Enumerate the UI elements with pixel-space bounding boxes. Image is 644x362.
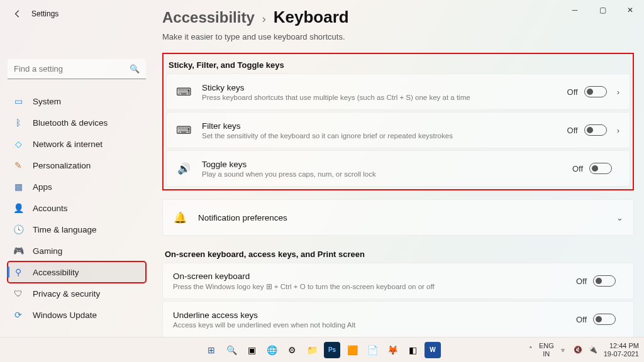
account-area: [8, 28, 146, 59]
page-title: Keyboard: [274, 8, 349, 27]
page-subtitle: Make it easier to type and use keyboard …: [162, 32, 634, 41]
taskbar-icons: ⊞ 🔍 ▣ 🌐 ⚙ 📁 Ps 🟧 📄 🦊 ◧ W: [203, 342, 441, 358]
row-title: On-screen keyboard: [173, 272, 576, 281]
row-desc: Set the sensitivity of the keyboard so i…: [202, 132, 567, 140]
chevron-down-icon[interactable]: ⌄: [616, 213, 623, 222]
sticky-keys-row[interactable]: ⌨ Sticky keys Press keyboard shortcuts t…: [166, 74, 630, 110]
toggle-switch[interactable]: [593, 314, 616, 325]
section-title: On-screen keyboard, access keys, and Pri…: [165, 250, 634, 259]
start-button[interactable]: ⊞: [203, 342, 219, 358]
search-icon: 🔍: [130, 64, 140, 74]
notification-preferences-row[interactable]: 🔔 Notification preferences ⌄: [162, 199, 634, 236]
settings-icon[interactable]: ⚙: [284, 342, 300, 358]
sidebar-item-update[interactable]: ⟳Windows Update: [8, 304, 146, 326]
toggle-state: Off: [572, 164, 583, 173]
nav-list: ▭System ᛒBluetooth & devices ◇Network & …: [8, 90, 146, 326]
row-title: Underline access keys: [173, 310, 576, 320]
sidebar-item-label: Accessibility: [33, 268, 79, 277]
update-icon: ⟳: [13, 309, 24, 321]
sidebar-item-label: Network & internet: [33, 140, 103, 149]
breadcrumb: Accessibility › Keyboard: [162, 8, 634, 27]
toggle-state: Off: [567, 87, 578, 97]
sidebar-item-time[interactable]: 🕓Time & language: [8, 219, 146, 240]
row-desc: Press the Windows logo key ⊞ + Ctrl + O …: [173, 282, 576, 291]
filter-keys-row[interactable]: ⌨ Filter keys Set the sensitivity of the…: [166, 112, 630, 148]
sidebar-item-bluetooth[interactable]: ᛒBluetooth & devices: [8, 112, 146, 133]
breadcrumb-parent[interactable]: Accessibility: [162, 9, 255, 26]
sidebar-item-accounts[interactable]: 👤Accounts: [8, 197, 146, 219]
word-icon[interactable]: W: [425, 342, 441, 358]
volume-icon[interactable]: 🔇: [574, 346, 582, 354]
toggle-state: Off: [576, 315, 587, 324]
chevron-right-icon: ›: [262, 13, 266, 26]
toggle-switch[interactable]: [584, 86, 607, 97]
keyboard-icon: ⌨: [177, 85, 191, 99]
clock[interactable]: 12:44 PM19-07-2021: [604, 342, 639, 357]
notepad-icon[interactable]: 📄: [364, 342, 380, 358]
sidebar: 🔍 ▭System ᛒBluetooth & devices ◇Network …: [0, 28, 153, 337]
sidebar-item-accessibility[interactable]: ⚲Accessibility: [8, 261, 146, 283]
apps-icon: ▦: [13, 181, 24, 192]
underline-access-keys-row[interactable]: Underline access keys Access keys will b…: [162, 301, 634, 337]
system-tray[interactable]: ˄ ENGIN ᯤ 🔇 🔌 12:44 PM19-07-2021: [529, 342, 639, 357]
firefox-icon[interactable]: 🦊: [384, 342, 401, 358]
app-title: Settings: [31, 9, 58, 18]
sidebar-item-label: Accounts: [33, 204, 68, 213]
sidebar-item-label: Windows Update: [33, 310, 97, 320]
accessibility-icon: ⚲: [13, 266, 24, 278]
row-desc: Access keys will be underlined even when…: [173, 321, 576, 329]
row-desc: Press keyboard shortcuts that use multip…: [202, 94, 567, 101]
sidebar-item-privacy[interactable]: 🛡Privacy & security: [8, 283, 146, 304]
search-icon[interactable]: 🔍: [223, 342, 240, 358]
sidebar-item-apps[interactable]: ▦Apps: [8, 176, 146, 197]
sidebar-item-label: Personalization: [33, 161, 91, 170]
toggle-state: Off: [576, 277, 587, 286]
paintbrush-icon: ✎: [13, 160, 24, 171]
language-indicator[interactable]: ENGIN: [539, 342, 554, 357]
app-icon[interactable]: 🟧: [344, 342, 360, 358]
row-title: Notification preferences: [198, 213, 614, 222]
row-title: Sticky keys: [202, 83, 567, 92]
sidebar-item-label: System: [33, 97, 61, 106]
chevron-right-icon[interactable]: ›: [617, 126, 619, 135]
sidebar-item-label: Apps: [33, 182, 52, 192]
section-title: Sticky, Filter, and Toggle keys: [169, 60, 630, 70]
toggle-switch[interactable]: [589, 163, 612, 174]
chrome-icon[interactable]: 🌐: [264, 342, 280, 358]
sidebar-item-personalization[interactable]: ✎Personalization: [8, 155, 146, 176]
task-view-icon[interactable]: ▣: [243, 342, 260, 358]
search-box[interactable]: 🔍: [8, 59, 146, 79]
sidebar-item-system[interactable]: ▭System: [8, 90, 146, 112]
explorer-icon[interactable]: 📁: [304, 342, 320, 358]
photoshop-icon[interactable]: Ps: [324, 342, 340, 358]
shield-icon: 🛡: [13, 288, 24, 299]
app-icon[interactable]: ◧: [404, 342, 421, 358]
wifi-icon: ◇: [13, 138, 24, 150]
sidebar-item-label: Gaming: [33, 246, 62, 256]
gamepad-icon: 🎮: [13, 245, 24, 256]
toggle-switch[interactable]: [593, 275, 616, 287]
row-desc: Play a sound when you press caps, num, o…: [202, 170, 572, 178]
battery-icon[interactable]: 🔌: [589, 346, 597, 354]
sound-icon: 🔊: [177, 162, 191, 175]
onscreen-keyboard-row[interactable]: On-screen keyboard Press the Windows log…: [162, 263, 634, 299]
back-button[interactable]: [13, 9, 23, 19]
highlighted-section: Sticky, Filter, and Toggle keys ⌨ Sticky…: [162, 53, 634, 190]
toggle-keys-row[interactable]: 🔊 Toggle keys Play a sound when you pres…: [166, 150, 630, 187]
sidebar-item-network[interactable]: ◇Network & internet: [8, 133, 146, 155]
wifi-icon[interactable]: ᯤ: [560, 346, 567, 354]
sidebar-item-gaming[interactable]: 🎮Gaming: [8, 240, 146, 261]
toggle-state: Off: [567, 126, 578, 135]
bluetooth-icon: ᛒ: [13, 117, 24, 128]
chevron-right-icon[interactable]: ›: [617, 87, 619, 97]
person-icon: 👤: [13, 202, 24, 214]
search-input[interactable]: [14, 64, 130, 74]
taskbar: ⊞ 🔍 ▣ 🌐 ⚙ 📁 Ps 🟧 📄 🦊 ◧ W ˄ ENGIN ᯤ 🔇 🔌 1…: [0, 337, 644, 362]
sidebar-item-label: Bluetooth & devices: [33, 118, 108, 128]
clock-icon: 🕓: [13, 224, 24, 235]
toggle-switch[interactable]: [584, 124, 607, 136]
sidebar-item-label: Privacy & security: [33, 289, 100, 299]
keyboard-icon: ⌨: [177, 124, 191, 137]
tray-chevron-icon[interactable]: ˄: [529, 346, 533, 354]
row-title: Toggle keys: [202, 160, 572, 169]
